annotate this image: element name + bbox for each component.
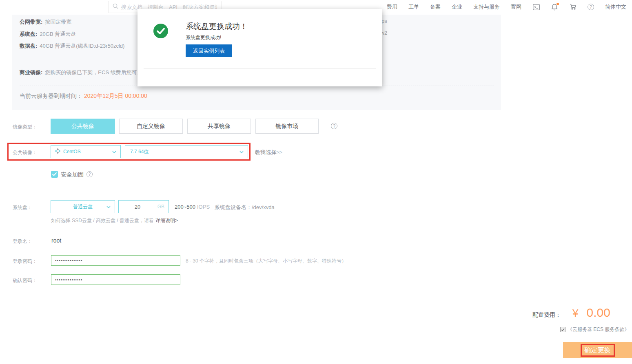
fee-label: 配置费用： bbox=[532, 311, 561, 319]
language-selector[interactable]: 简体中文 bbox=[605, 3, 626, 11]
expiration-value: 2020年12月5日 00:00:00 bbox=[84, 93, 147, 99]
chevron-down-icon bbox=[112, 149, 116, 154]
summary-row-system-disk: 系统盘:20GB 普通云盘 bbox=[20, 31, 76, 38]
disk-size-field: GB bbox=[118, 200, 169, 213]
login-name-value: root bbox=[51, 237, 61, 244]
nav-billing[interactable]: 费用 bbox=[387, 3, 397, 11]
nav-tickets[interactable]: 工单 bbox=[408, 3, 419, 11]
image-type-help-icon[interactable]: ? bbox=[331, 123, 337, 129]
confirm-change-label: 确定更换 bbox=[581, 344, 615, 357]
password-input[interactable] bbox=[51, 256, 180, 265]
tab-public-image[interactable]: 公共镜像 bbox=[51, 119, 115, 134]
security-help-icon[interactable]: ? bbox=[86, 171, 93, 177]
notification-dot bbox=[557, 3, 559, 5]
iops-unit: IOPS bbox=[197, 204, 210, 210]
expiration-label: 当前云服务器到期时间： bbox=[20, 93, 82, 99]
row-value: 您购买的镜像已下架，ECS 续费后您可免费 bbox=[45, 69, 147, 75]
row-label: 公网带宽: bbox=[20, 19, 42, 25]
terms-row: 《云服务器 ECS 服务条款》 bbox=[560, 326, 629, 333]
bell-icon[interactable] bbox=[551, 3, 558, 11]
console-icon[interactable] bbox=[532, 3, 540, 11]
row-value: 40GB 普通云盘(磁盘ID:d-23r50zcld) bbox=[40, 43, 124, 49]
teach-me-text: 教我选择 bbox=[255, 149, 276, 155]
confirm-password-label: 确认密码： bbox=[13, 277, 37, 284]
modal-divider bbox=[144, 68, 376, 69]
nav-website[interactable]: 官网 bbox=[511, 3, 521, 11]
tab-image-marketplace[interactable]: 镜像市场 bbox=[255, 119, 319, 134]
password-hint: 8 - 30 个字符，且同时包含三项（大写字母、小写字母、数字、特殊符号） bbox=[186, 258, 346, 265]
os-select-value: CentOS bbox=[63, 149, 81, 154]
public-image-label: 公共镜像： bbox=[13, 149, 37, 156]
chevron-down-icon bbox=[106, 204, 111, 210]
disk-hint-text: 如何选择 SSD云盘 / 高效云盘 / 普通云盘，请看 bbox=[51, 218, 154, 223]
clipped-text: ps bbox=[381, 18, 387, 24]
row-value: 20GB 普通云盘 bbox=[40, 31, 76, 37]
row-value: 按固定带宽 bbox=[45, 19, 71, 25]
modal-message: 系统盘更换成功! bbox=[186, 34, 221, 41]
cart-icon[interactable] bbox=[569, 3, 577, 11]
disk-type-select[interactable]: 普通云盘 bbox=[51, 200, 115, 213]
os-select[interactable]: CentOS bbox=[51, 145, 121, 158]
image-type-label: 镜像类型： bbox=[13, 124, 37, 130]
nav-icp[interactable]: 备案 bbox=[430, 3, 441, 11]
nav-support[interactable]: 支持与服务 bbox=[473, 3, 500, 11]
row-label: 商业镜像: bbox=[20, 69, 42, 75]
row-label: 系统盘: bbox=[20, 31, 37, 37]
summary-row-bandwidth: 公网带宽:按固定带宽 bbox=[20, 18, 71, 26]
disk-type-value: 普通云盘 bbox=[73, 203, 93, 210]
os-version-value: 7.7 64位 bbox=[130, 148, 149, 155]
summary-row-marketplace-image: 商业镜像:您购买的镜像已下架，ECS 续费后您可免费 bbox=[20, 69, 148, 76]
terms-checkbox[interactable] bbox=[560, 327, 565, 332]
iops-info: 200~500IOPS bbox=[175, 204, 210, 210]
confirm-change-button[interactable]: 确定更换 bbox=[563, 342, 632, 358]
top-nav: 费用 工单 备案 企业 支持与服务 官网 ? 简体中文 bbox=[387, 0, 626, 14]
security-hardening-label: 安全加固 bbox=[61, 171, 84, 179]
confirm-password-field bbox=[51, 274, 180, 285]
search-icon bbox=[113, 3, 118, 11]
fee-amount: 0.00 bbox=[586, 306, 610, 320]
centos-logo-icon bbox=[55, 148, 60, 155]
expiration-row: 当前云服务器到期时间：2020年12月5日 00:00:00 bbox=[20, 93, 147, 100]
iops-range: 200~500 bbox=[175, 204, 195, 210]
system-disk-label: 系统盘： bbox=[13, 204, 32, 211]
password-label: 登录密码： bbox=[13, 258, 37, 265]
disk-device-info: 系统盘设备名：/dev/xvda bbox=[215, 204, 275, 211]
modal-title: 系统盘更换成功！ bbox=[186, 21, 248, 32]
back-to-instances-button[interactable]: 返回实例列表 bbox=[186, 44, 232, 57]
terms-link[interactable]: 《云服务器 ECS 服务条款》 bbox=[568, 326, 629, 333]
row-label: 数据盘: bbox=[20, 43, 37, 49]
teach-me-link[interactable]: 教我选择>> bbox=[255, 149, 282, 156]
summary-row-data-disk: 数据盘:40GB 普通云盘(磁盘ID:d-23r50zcld) bbox=[20, 42, 124, 50]
help-icon[interactable]: ? bbox=[588, 4, 594, 10]
os-version-select[interactable]: 7.7 64位 bbox=[125, 145, 248, 158]
chevron-down-icon bbox=[239, 149, 244, 154]
success-modal: 系统盘更换成功！ 系统盘更换成功! 返回实例列表 bbox=[137, 9, 382, 86]
disk-detail-link[interactable]: 详细说明> bbox=[155, 218, 178, 223]
login-name-label: 登录名： bbox=[13, 238, 32, 245]
currency-symbol: ¥ bbox=[572, 307, 578, 320]
disk-hint: 如何选择 SSD云盘 / 高效云盘 / 普通云盘，请看详细说明> bbox=[51, 217, 178, 224]
teach-me-arrows: >> bbox=[276, 149, 282, 155]
disk-size-unit: GB bbox=[157, 204, 164, 210]
tab-custom-image[interactable]: 自定义镜像 bbox=[119, 119, 183, 134]
fee-row: 配置费用： ¥ 0.00 bbox=[532, 306, 610, 320]
nav-enterprise[interactable]: 企业 bbox=[452, 3, 462, 11]
password-field bbox=[51, 255, 180, 266]
security-hardening-checkbox[interactable] bbox=[51, 171, 58, 178]
success-check-icon bbox=[153, 24, 168, 38]
confirm-password-input[interactable] bbox=[51, 275, 180, 285]
tab-shared-image[interactable]: 共享镜像 bbox=[187, 119, 251, 134]
